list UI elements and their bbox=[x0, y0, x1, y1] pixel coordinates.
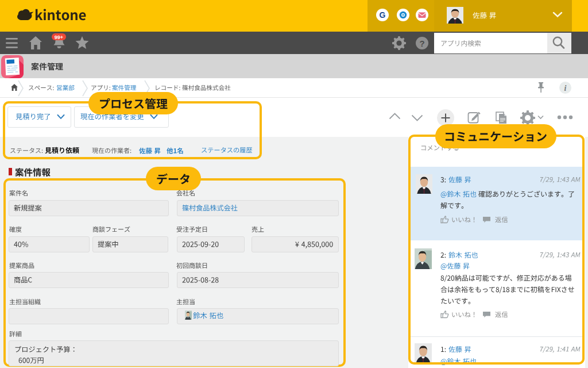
svg-text:G: G bbox=[380, 10, 386, 20]
svg-text:?: ? bbox=[419, 39, 424, 48]
svg-text:i: i bbox=[564, 84, 567, 93]
svg-text:99+: 99+ bbox=[55, 34, 63, 40]
